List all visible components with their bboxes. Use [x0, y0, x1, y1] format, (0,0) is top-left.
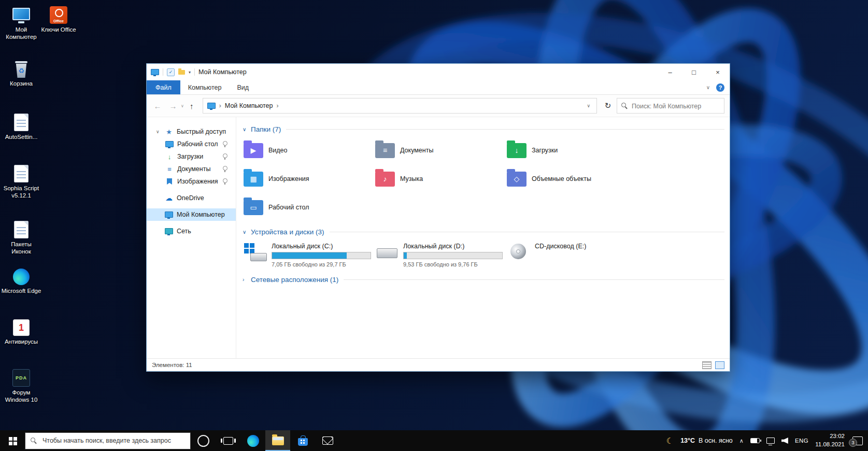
file-icon — [14, 221, 29, 238]
cortana-button[interactable] — [191, 430, 216, 451]
music-folder-icon: ♪ — [375, 172, 395, 187]
folder-item-pictures[interactable]: ▦ Изображения — [244, 167, 375, 190]
chevron-down-icon[interactable]: ∨ — [156, 129, 161, 134]
drive-c[interactable]: Локальный диск (C:) 7,05 ГБ свободно из … — [244, 242, 375, 267]
sidebar-item-this-pc[interactable]: Мой Компьютер — [147, 208, 236, 221]
action-center-icon[interactable]: 3 — [852, 436, 863, 445]
tab-file[interactable]: Файл — [147, 80, 180, 94]
weather-widget[interactable]: 13°C В осн. ясно — [680, 437, 733, 444]
divider — [344, 279, 724, 280]
devices-group-header[interactable]: ∨ Устройства и диски (3) — [243, 226, 724, 237]
desktop-icon — [165, 141, 174, 147]
sidebar-label: Сеть — [177, 228, 191, 235]
close-button[interactable]: × — [706, 64, 730, 80]
folder-item-video[interactable]: ▶ Видео — [244, 139, 375, 162]
divider — [330, 232, 724, 232]
quick-access-check-icon[interactable]: ✓ — [167, 68, 175, 76]
desktop-icon-sophia-script[interactable]: Sophia Script v5.12.1 — [1, 162, 41, 200]
desktop-icon-edge[interactable]: Microsoft Edge — [1, 264, 41, 294]
maximize-button[interactable]: □ — [682, 64, 706, 80]
desktop-icon-my-computer[interactable]: Мой Компьютер — [1, 3, 41, 41]
navigation-pane: ∨ ★ Быстрый доступ Рабочий стол ↓ Загруз… — [147, 117, 236, 358]
edge-taskbar-button[interactable] — [240, 430, 265, 451]
cd-icon — [507, 242, 531, 262]
search-input[interactable] — [631, 98, 722, 114]
chevron-right-icon[interactable]: › — [243, 277, 251, 283]
volume-icon[interactable] — [781, 438, 788, 444]
status-bar: Элементов: 11 — [147, 358, 730, 371]
pictures-icon — [165, 178, 174, 185]
chevron-down-icon[interactable]: ∨ — [243, 229, 251, 235]
explorer-search[interactable] — [617, 98, 724, 114]
taskbar-search[interactable] — [25, 432, 191, 449]
language-indicator[interactable]: ENG — [795, 438, 808, 444]
sidebar-item-onedrive[interactable]: ☁ OneDrive — [147, 192, 236, 204]
desktop-folder-icon: ▭ — [244, 200, 263, 215]
folder-item-documents[interactable]: ≡ Документы — [375, 139, 507, 162]
taskbar-search-input[interactable] — [41, 436, 186, 445]
tab-computer[interactable]: Компьютер — [180, 80, 230, 94]
mail-taskbar-button[interactable] — [315, 430, 340, 451]
desktop-icon-office-keys[interactable]: Office Ключи Office — [38, 3, 79, 33]
navigation-bar: ← → ∨ ↑ › Мой Компьютер › ∨ ↻ — [147, 95, 730, 117]
cortana-icon — [197, 435, 209, 447]
large-icons-view-button[interactable] — [715, 361, 724, 369]
pin-icon — [223, 141, 227, 146]
tab-view[interactable]: Вид — [229, 80, 257, 94]
desktop-icon-recycle-bin[interactable]: ♻ Корзина — [1, 57, 41, 87]
sidebar-item-downloads[interactable]: ↓ Загрузки — [147, 150, 236, 163]
pictures-folder-icon: ▦ — [244, 172, 263, 187]
up-button[interactable]: ↑ — [185, 99, 198, 112]
folder-item-3d-objects[interactable]: ◇ Объемные объекты — [507, 167, 638, 190]
weather-icon[interactable]: ☾ — [666, 436, 674, 446]
address-bar[interactable]: › Мой Компьютер › ∨ — [203, 98, 597, 114]
quick-access-caret-icon[interactable]: ▾ — [189, 70, 191, 75]
network-icon[interactable] — [766, 438, 775, 444]
back-button[interactable]: ← — [151, 99, 164, 112]
network-group-header[interactable]: › Сетевые расположения (1) — [243, 274, 724, 285]
breadcrumb[interactable]: Мой Компьютер — [225, 102, 273, 109]
quick-access-folder-icon[interactable] — [178, 70, 185, 75]
desktop-icon-forum-windows10[interactable]: PDA Форум Windows 10 — [1, 366, 41, 404]
folder-item-music[interactable]: ♪ Музыка — [375, 167, 507, 190]
video-folder-icon: ▶ — [244, 143, 263, 158]
forward-button[interactable]: → — [166, 99, 180, 112]
chevron-down-icon[interactable]: ∨ — [243, 126, 251, 132]
ribbon-expand-icon[interactable]: ∨ — [706, 84, 710, 90]
sidebar-item-pictures[interactable]: Изображения — [147, 175, 236, 188]
clock[interactable]: 23:02 11.08.2021 — [815, 432, 845, 448]
cloud-icon: ☁ — [165, 194, 173, 202]
mail-icon — [322, 436, 333, 445]
sidebar-item-network[interactable]: Сеть — [147, 225, 236, 237]
help-icon[interactable]: ? — [716, 83, 724, 92]
recent-locations-icon[interactable]: ∨ — [181, 104, 184, 108]
chevron-right-icon[interactable]: › — [219, 102, 221, 109]
sidebar-quick-access[interactable]: ∨ ★ Быстрый доступ — [147, 125, 236, 138]
task-view-button[interactable] — [216, 430, 240, 451]
explorer-taskbar-button[interactable] — [265, 430, 290, 451]
divider — [286, 129, 724, 130]
sidebar-item-documents[interactable]: ≡ Документы — [147, 163, 236, 175]
folder-item-downloads[interactable]: ↓ Загрузки — [507, 139, 638, 162]
battery-icon[interactable] — [750, 438, 760, 443]
tray-overflow-icon[interactable]: ∧ — [739, 438, 744, 444]
sidebar-item-desktop[interactable]: Рабочий стол — [147, 138, 236, 150]
desktop-icon-antiviruses[interactable]: 1 Антивирусы — [1, 315, 41, 345]
title-bar[interactable]: ✓ ▾ Мой Компьютер – □ × — [147, 64, 730, 80]
desktop-icon-autosettings[interactable]: AutoSettin... — [1, 110, 41, 140]
store-taskbar-button[interactable] — [290, 430, 315, 451]
edge-icon — [247, 435, 259, 447]
refresh-button[interactable]: ↻ — [601, 99, 615, 112]
start-button[interactable] — [0, 430, 25, 451]
folder-item-desktop[interactable]: ▭ Рабочий стол — [244, 196, 375, 219]
drive-e-cd[interactable]: CD-дисковод (E:) — [507, 242, 638, 267]
drive-d[interactable]: Локальный диск (D:) 9,53 ГБ свободно из … — [375, 242, 507, 267]
minimize-button[interactable]: – — [658, 64, 682, 80]
sidebar-label: OneDrive — [177, 194, 204, 202]
items-count: Элементов: 11 — [152, 362, 192, 368]
chevron-right-icon[interactable]: › — [277, 102, 279, 109]
desktop-icon-icon-packs[interactable]: Пакеты Иконок — [1, 218, 41, 256]
details-view-button[interactable] — [702, 361, 712, 369]
folders-group-header[interactable]: ∨ Папки (7) — [243, 123, 724, 135]
address-dropdown-icon[interactable]: ∨ — [585, 103, 592, 108]
